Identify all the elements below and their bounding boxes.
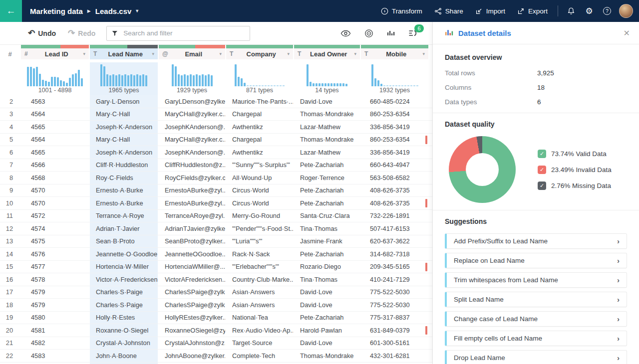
cell-company[interactable]: Awthentikz <box>226 121 293 133</box>
cell-lead_id[interactable]: 4565 <box>21 146 89 159</box>
cell-lead_name[interactable]: Holly·R·Estes <box>90 312 158 324</box>
suggestion-item[interactable]: Fill empty cells of Lead Name› <box>445 331 627 346</box>
cell-company[interactable]: "'Luria""'s'" <box>226 235 293 248</box>
cell-lead_owner[interactable]: Thomas·Mondrake <box>294 350 360 362</box>
cell-lead_name[interactable]: Roxanne·O·Siegel <box>90 324 158 337</box>
cell-lead_id[interactable]: 4566 <box>21 159 89 172</box>
column-header-lead_name[interactable]: TLead Name▾ <box>90 48 158 59</box>
datatype-icon[interactable]: T <box>230 50 235 57</box>
cell-mobile[interactable]: 507-417-6153 <box>361 222 428 235</box>
cell-lead_id[interactable]: 4576 <box>21 248 89 260</box>
cell-lead_name[interactable]: Joseph·K·Anderson <box>90 121 158 133</box>
suggestion-item[interactable]: Add Prefix/Suffix to Lead Name› <box>445 233 627 249</box>
cell-lead_name[interactable]: Charles·S·Paige <box>90 299 158 311</box>
cell-email[interactable]: VictorAFredericksen... <box>159 273 225 286</box>
cell-email[interactable]: AdrianTJavier@zylke... <box>159 222 225 235</box>
column-histogram[interactable] <box>0 62 20 86</box>
table-row[interactable]: 214582Crystal·A·JohnstonCrystalAJohnston… <box>0 337 432 350</box>
cell-lead_id[interactable]: 4581 <box>21 324 89 337</box>
legend-checkbox-icon[interactable]: ✓ <box>538 150 546 158</box>
cell-mobile[interactable]: 336-856-3419 <box>361 121 428 133</box>
back-button[interactable]: ← <box>0 0 22 22</box>
cell-lead_owner[interactable]: Rozario·Diego <box>294 261 360 273</box>
cell-email[interactable]: CrystalAJohnston@z... <box>159 337 225 350</box>
cell-lead_id[interactable]: 4570 <box>21 184 89 197</box>
cell-email[interactable]: JosephKAnderson@... <box>159 121 225 133</box>
cell-lead_owner[interactable]: Santa·Cruz·Clara <box>294 210 360 222</box>
undo-button[interactable]: ↶ Undo <box>28 28 56 38</box>
cell-email[interactable]: SeanBProto@zylker.... <box>159 235 225 248</box>
cell-lead_id[interactable]: 4580 <box>21 312 89 324</box>
cell-company[interactable]: Rex·Audio·Video·Ap... <box>226 324 293 337</box>
cell-lead_id[interactable]: 4575 <box>21 235 89 248</box>
table-row[interactable]: 24563Gary·L·DensonGaryLDenson@zylke...Ma… <box>0 95 432 108</box>
legend-checkbox-icon[interactable]: ✓ <box>538 166 546 174</box>
table-row[interactable]: 34564Mary·C·HallMaryCHall@zylker.c...Cha… <box>0 108 432 121</box>
column-quality-bar[interactable] <box>361 45 428 48</box>
table-row[interactable]: 54564Mary·C·HallMaryCHall@zylker.c...Cha… <box>0 134 432 147</box>
cell-email[interactable]: JohnABoone@zylker.... <box>159 350 225 362</box>
column-menu-icon[interactable]: ▾ <box>354 51 356 56</box>
cell-lead_name[interactable]: Adrian·T·Javier <box>90 222 158 235</box>
file-menu-caret-icon[interactable]: ▼ <box>135 8 139 13</box>
cell-email[interactable]: CharlesSPaige@zylk... <box>159 286 225 299</box>
user-avatar[interactable] <box>619 4 633 18</box>
cell-email[interactable]: ErnestoABurke@zyl... <box>159 197 225 209</box>
cell-company[interactable]: Chargepal <box>226 134 293 146</box>
share-button[interactable]: Share <box>428 7 469 15</box>
cell-lead_name[interactable]: Mary·C·Hall <box>90 108 158 121</box>
search-input[interactable] <box>122 29 245 37</box>
cell-email[interactable]: MaryCHall@zylker.c... <box>159 108 225 121</box>
cell-lead_id[interactable]: 4563 <box>21 95 89 108</box>
column-menu-icon[interactable]: ▾ <box>219 51 222 56</box>
column-header-lead_owner[interactable]: TLead Owner▾ <box>294 48 360 59</box>
cell-company[interactable]: Circus·World <box>226 184 293 197</box>
cell-lead_name[interactable]: Tracy·R·Johnson <box>90 363 158 364</box>
cell-company[interactable]: "'Sunny""'s·Surplus'" <box>226 159 293 172</box>
table-row[interactable]: 184579Charles·S·PaigeCharlesSPaige@zylk.… <box>0 299 432 312</box>
cell-mobile[interactable]: 660-643-4947 <box>361 159 428 172</box>
cell-company[interactable]: Circus·World <box>226 197 293 209</box>
suggestion-item[interactable]: Change case of Lead Name› <box>445 311 627 327</box>
column-menu-icon[interactable]: ▾ <box>152 51 154 56</box>
cell-mobile[interactable]: 256-756-0400 <box>361 363 428 364</box>
close-icon[interactable]: ✕ <box>624 28 630 38</box>
table-row[interactable]: 124574Adrian·T·JavierAdrianTJavier@zylke… <box>0 222 432 235</box>
cell-email[interactable]: JeannetteOGoodloe... <box>159 248 225 260</box>
cell-lead_owner[interactable]: David·Love <box>294 337 360 350</box>
table-row[interactable]: 204581Roxanne·O·SiegelRoxanneOSiegel@zyl… <box>0 324 432 337</box>
cell-email[interactable]: GaryLDenson@zylke... <box>159 95 225 108</box>
cell-lead_owner[interactable]: Tina·Thomas <box>294 273 360 286</box>
datatype-icon[interactable]: @ <box>162 50 168 57</box>
cell-company[interactable]: Asian·Answers <box>226 286 293 299</box>
cell-lead_owner[interactable]: Augustine·Paul <box>294 363 360 364</box>
cell-lead_name[interactable]: John·A·Boone <box>90 350 158 362</box>
cell-lead_owner[interactable]: David·Love <box>294 286 360 299</box>
column-header-email[interactable]: @Email▾ <box>159 48 225 59</box>
table-row[interactable]: 104570Ernesto·A·BurkeErnestoABurke@zyl..… <box>0 197 432 210</box>
column-menu-icon[interactable]: ▾ <box>422 51 425 56</box>
column-quality-bar[interactable] <box>159 45 225 48</box>
cell-mobile[interactable]: 336-856-3419 <box>361 146 428 159</box>
cell-lead_owner[interactable]: Pete·Zachariah <box>294 184 360 197</box>
table-row[interactable]: 114572Terrance·A·RoyeTerranceARoye@zyl..… <box>0 210 432 223</box>
cell-lead_name[interactable]: Gary·L·Denson <box>90 95 158 108</box>
datatype-icon[interactable]: # <box>24 50 30 57</box>
table-row[interactable]: 84568Roy·C·FieldsRoyCFields@zylker.c...A… <box>0 172 432 184</box>
cell-email[interactable]: RoyCFields@zylker.c... <box>159 172 225 184</box>
suggestion-item[interactable]: Split Lead Name› <box>445 292 627 307</box>
cell-mobile[interactable]: 408-626-3735 <box>361 184 428 197</box>
legend-checkbox-icon[interactable]: ✓ <box>538 182 546 190</box>
table-row[interactable]: 44565Joseph·K·AndersonJosephKAnderson@..… <box>0 121 432 134</box>
cell-lead_name[interactable]: Victor·A·Fredericksen <box>90 273 158 286</box>
preview-eye-icon[interactable] <box>340 30 351 37</box>
cell-lead_owner[interactable]: Lazar·Mathew <box>294 146 360 159</box>
cell-lead_owner[interactable]: Thomas·Mondrake <box>294 134 360 146</box>
help-icon[interactable]: ? <box>598 7 616 15</box>
table-row[interactable]: 164578Victor·A·FredericksenVictorAFreder… <box>0 273 432 286</box>
redo-button[interactable]: ↷ Redo <box>68 28 95 38</box>
cell-mobile[interactable]: 601-300-5161 <box>361 337 428 350</box>
column-histogram[interactable] <box>226 62 293 86</box>
cell-lead_name[interactable]: Ernesto·A·Burke <box>90 197 158 209</box>
settings-gear-icon[interactable]: ⚙ <box>580 7 598 15</box>
